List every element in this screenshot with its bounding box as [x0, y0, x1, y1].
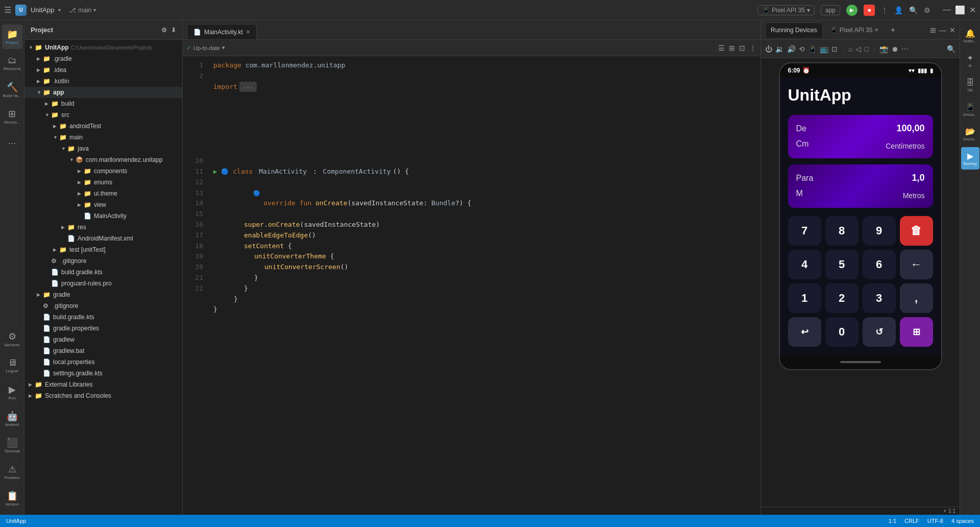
- panel-icon-2[interactable]: ⬇: [171, 27, 176, 34]
- numpad-6[interactable]: 6: [863, 250, 896, 279]
- numpad-8[interactable]: 8: [825, 216, 859, 246]
- numpad-4[interactable]: 4: [788, 250, 821, 279]
- restore-window-button[interactable]: ⬜: [955, 5, 965, 15]
- status-indent[interactable]: 4 spaces: [951, 518, 974, 524]
- search-icon[interactable]: 🔍: [909, 6, 918, 14]
- tree-item-res[interactable]: ▶ 📁 res: [24, 222, 182, 233]
- tree-item-buildgradle-root[interactable]: 📄 build.gradle.kts: [24, 312, 182, 323]
- screenshot-icon[interactable]: 📸: [879, 45, 888, 53]
- tree-item-kotlin[interactable]: ▶ 📁 .kotlin: [24, 76, 182, 87]
- right-tool-db[interactable]: 🗄 DB: [961, 74, 979, 96]
- tree-item-app[interactable]: ▼ 📁 app: [24, 87, 182, 98]
- hamburger-menu[interactable]: ☰: [4, 5, 11, 15]
- tree-item-scratches[interactable]: ▶ 📁 Scratches and Consoles: [24, 390, 182, 401]
- numpad-5[interactable]: 5: [825, 250, 859, 279]
- tree-item-gitignore-app[interactable]: ⚙ .gitignore: [24, 255, 182, 267]
- fold-icon[interactable]: ⊡: [831, 45, 838, 53]
- panel-view-icon[interactable]: ⊞: [930, 26, 936, 34]
- numpad-0[interactable]: 0: [825, 317, 859, 347]
- numpad-1[interactable]: 1: [788, 283, 821, 313]
- sidebar-item-services[interactable]: ⚙ Services: [2, 327, 22, 351]
- right-tool-device-manager[interactable]: 📱 Device...: [961, 98, 979, 121]
- tree-item-androidtest[interactable]: ▶ 📁 androidTest: [24, 121, 182, 132]
- tree-item-gradle[interactable]: ▶ 📁 gradle: [24, 289, 182, 300]
- tree-item-gradle-hidden[interactable]: ▶ 📁 .gradle: [24, 53, 182, 64]
- record-icon[interactable]: ⏺: [891, 45, 898, 53]
- recent-icon[interactable]: □: [864, 45, 868, 53]
- numpad-9[interactable]: 9: [863, 216, 896, 246]
- sidebar-item-logcat[interactable]: 🖥 Logcat: [2, 353, 22, 378]
- tree-item-uitheme[interactable]: ▶ 📁 ui.theme: [24, 188, 182, 199]
- tree-item-gradlew[interactable]: 📄 gradlew: [24, 334, 182, 345]
- power-icon[interactable]: ⏻: [765, 45, 772, 53]
- numpad-backspace[interactable]: ←: [900, 250, 933, 279]
- editor-toolbar-icon-3[interactable]: ⊡: [739, 44, 745, 52]
- sidebar-item-build[interactable]: 🔨 Build Va...: [2, 78, 22, 102]
- settings-icon[interactable]: ⚙: [924, 6, 930, 14]
- more-options-button[interactable]: ⋮: [881, 6, 888, 14]
- sidebar-item-run[interactable]: ▶ Run: [2, 380, 22, 404]
- editor-toolbar-icon-1[interactable]: ☰: [718, 44, 725, 52]
- tree-item-gradleprops[interactable]: 📄 gradle.properties: [24, 323, 182, 334]
- editor-toolbar-icon-2[interactable]: ⊞: [729, 44, 735, 52]
- tree-item-build[interactable]: ▶ 📁 build: [24, 98, 182, 109]
- right-tool-notifications[interactable]: 🔔 Notific...: [961, 25, 979, 47]
- tree-item-enums[interactable]: ▶ 📁 enums: [24, 177, 182, 188]
- tree-item-gradlewbat[interactable]: 📄 gradlew.bat: [24, 345, 182, 356]
- numpad-refresh[interactable]: ↺: [863, 317, 896, 347]
- tree-item-external-libs[interactable]: ▶ 📁 External Libraries: [24, 379, 182, 390]
- portrait-icon[interactable]: 📱: [808, 45, 817, 53]
- sidebar-item-project[interactable]: 📁 Project: [2, 25, 22, 49]
- volume-down-icon[interactable]: 🔉: [775, 45, 784, 53]
- pixel-api-close[interactable]: ✕: [874, 27, 878, 33]
- editor-toolbar-more[interactable]: ⋮: [749, 44, 756, 52]
- panel-close-button[interactable]: ✕: [949, 26, 955, 34]
- sidebar-item-android[interactable]: 🤖 Android: [2, 406, 22, 431]
- code-editor[interactable]: package com.marllonmendez.unitapp import…: [207, 56, 761, 515]
- sidebar-item-terminal[interactable]: ⬛ Terminal: [2, 433, 22, 458]
- sidebar-item-version[interactable]: 📋 Version: [2, 486, 22, 511]
- zoom-icon[interactable]: 🔍: [947, 45, 955, 53]
- numpad-undo[interactable]: ↩: [788, 317, 821, 347]
- panel-minimize-button[interactable]: —: [939, 26, 946, 34]
- numpad-7[interactable]: 7: [788, 216, 821, 246]
- sidebar-item-more[interactable]: ···: [2, 131, 22, 155]
- back-icon[interactable]: ◁: [855, 45, 861, 53]
- to-converter-box[interactable]: Para 1,0 M Metros: [788, 164, 933, 208]
- volume-up-icon[interactable]: 🔊: [787, 45, 796, 53]
- stop-button[interactable]: ■: [864, 5, 875, 16]
- landscape-icon[interactable]: 📺: [820, 45, 828, 53]
- project-dropdown-arrow[interactable]: ▾: [58, 7, 61, 13]
- tree-item-java[interactable]: ▼ 📁 java: [24, 143, 182, 154]
- status-line-ending[interactable]: CRLF: [904, 518, 919, 524]
- close-window-button[interactable]: ✕: [969, 5, 976, 15]
- device-selector[interactable]: 📱 Pixel API 35 ▾: [757, 5, 815, 15]
- tab-running-devices[interactable]: Running Devices: [765, 22, 823, 38]
- tree-item-androidmanifest[interactable]: 📄 AndroidManifest.xml: [24, 233, 182, 244]
- right-tool-device-explorer[interactable]: 📂 Device...: [961, 123, 979, 145]
- right-tool-ai[interactable]: ✦ AI: [961, 49, 979, 71]
- numpad-2[interactable]: 2: [825, 283, 859, 313]
- run-config[interactable]: app: [821, 5, 840, 15]
- sidebar-item-problem[interactable]: ⚠ Problem: [2, 460, 22, 484]
- panel-icon-1[interactable]: ⚙: [161, 27, 167, 34]
- rotate-icon[interactable]: ⟲: [799, 45, 805, 53]
- tree-item-gitignore-root[interactable]: ⚙ .gitignore: [24, 300, 182, 312]
- from-converter-box[interactable]: De 100,00 Cm Centímetros: [788, 115, 933, 158]
- status-line-col[interactable]: 1:1: [889, 518, 896, 524]
- tree-item-unitapp[interactable]: ▼ 📁 UnitApp C:\Users\mario\Documents\Pro…: [24, 42, 182, 53]
- sidebar-item-resource[interactable]: 🗂 Resource: [2, 51, 22, 76]
- run-button[interactable]: ▶: [846, 5, 857, 16]
- tree-item-src[interactable]: ▼ 📁 src: [24, 109, 182, 121]
- tree-item-test[interactable]: ▶ 📁 test [unitTest]: [24, 244, 182, 255]
- numpad-3[interactable]: 3: [863, 283, 896, 313]
- numpad-delete[interactable]: 🗑: [900, 216, 933, 246]
- tree-item-proguard[interactable]: 📄 proguard-rules.pro: [24, 278, 182, 289]
- tab-close-button[interactable]: ✕: [246, 29, 250, 35]
- add-device-tab-button[interactable]: +: [888, 25, 898, 35]
- tab-pixel-api[interactable]: 📱 Pixel API 35 ✕: [825, 22, 884, 38]
- tree-item-mainactivity[interactable]: 📄 MainActivity: [24, 210, 182, 222]
- numpad-comma[interactable]: ,: [900, 283, 933, 313]
- tree-item-localprops[interactable]: 📄 local.properties: [24, 356, 182, 368]
- minimize-window-button[interactable]: —: [943, 5, 951, 15]
